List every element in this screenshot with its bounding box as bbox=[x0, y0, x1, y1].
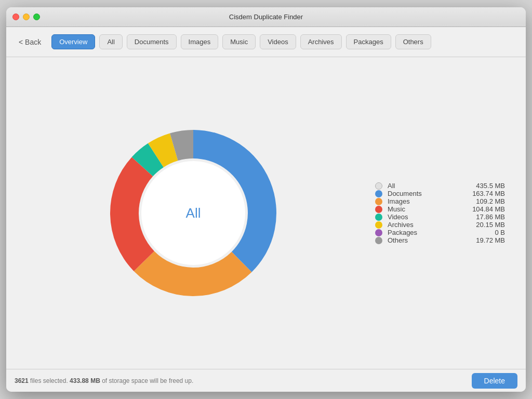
legend-item-documents: Documents163.74 MB bbox=[375, 190, 505, 197]
legend-label-images: Images bbox=[388, 197, 461, 205]
legend-label-all: All bbox=[388, 182, 461, 190]
tab-music[interactable]: Music bbox=[222, 34, 256, 49]
legend-item-packages: Packages0 B bbox=[375, 229, 505, 236]
legend-value-archives: 20.15 MB bbox=[466, 221, 505, 229]
chart-area: All bbox=[27, 125, 360, 301]
legend-dot-images bbox=[375, 198, 382, 205]
legend-label-videos: Videos bbox=[388, 213, 461, 221]
legend-dot-documents bbox=[375, 190, 382, 197]
toolbar: < Back Overview All Documents Images Mus… bbox=[6, 27, 526, 57]
tab-others[interactable]: Others bbox=[395, 34, 431, 49]
legend-label-archives: Archives bbox=[388, 221, 461, 229]
traffic-lights bbox=[12, 14, 40, 20]
legend-item-others: Others19.72 MB bbox=[375, 236, 505, 244]
legend-dot-others bbox=[375, 237, 382, 244]
legend-value-music: 104.84 MB bbox=[466, 205, 505, 213]
statusbar: 3621 files selected. 433.88 MB of storag… bbox=[6, 369, 526, 392]
legend-value-images: 109.2 MB bbox=[466, 197, 505, 205]
tab-archives[interactable]: Archives bbox=[300, 34, 342, 49]
legend: All435.5 MBDocuments163.74 MBImages109.2… bbox=[360, 182, 505, 244]
legend-dot-packages bbox=[375, 229, 382, 236]
back-button[interactable]: < Back bbox=[15, 36, 45, 48]
legend-item-music: Music104.84 MB bbox=[375, 205, 505, 213]
legend-dot-music bbox=[375, 206, 382, 213]
storage-amount: 433.88 MB bbox=[70, 377, 100, 384]
delete-button[interactable]: Delete bbox=[472, 373, 517, 389]
tab-images[interactable]: Images bbox=[181, 34, 219, 49]
legend-item-images: Images109.2 MB bbox=[375, 197, 505, 205]
legend-dot-videos bbox=[375, 214, 382, 221]
tab-packages[interactable]: Packages bbox=[346, 34, 391, 49]
status-text: 3621 files selected. 433.88 MB of storag… bbox=[15, 377, 193, 384]
maximize-button[interactable] bbox=[33, 14, 40, 20]
legend-value-videos: 17.86 MB bbox=[466, 213, 505, 221]
files-count: 3621 bbox=[15, 377, 29, 384]
tab-documents[interactable]: Documents bbox=[127, 34, 177, 49]
titlebar: Cisdem Duplicate Finder bbox=[6, 7, 526, 27]
legend-value-packages: 0 B bbox=[466, 229, 505, 236]
legend-item-videos: Videos17.86 MB bbox=[375, 213, 505, 221]
close-button[interactable] bbox=[12, 14, 19, 20]
legend-value-all: 435.5 MB bbox=[466, 182, 505, 190]
tab-overview[interactable]: Overview bbox=[51, 34, 95, 49]
main-content: All All435.5 MBDocuments163.74 MBImages1… bbox=[6, 57, 526, 369]
legend-label-documents: Documents bbox=[388, 190, 461, 197]
legend-dot-archives bbox=[375, 221, 382, 229]
tab-all[interactable]: All bbox=[99, 34, 122, 49]
window-title: Cisdem Duplicate Finder bbox=[229, 13, 303, 21]
legend-value-others: 19.72 MB bbox=[466, 236, 505, 244]
donut-chart: All bbox=[105, 125, 282, 301]
legend-label-others: Others bbox=[388, 236, 461, 244]
legend-dot-all bbox=[375, 182, 382, 190]
files-label: files selected. bbox=[30, 377, 70, 384]
legend-label-music: Music bbox=[388, 205, 461, 213]
legend-value-documents: 163.74 MB bbox=[466, 190, 505, 197]
app-window: Cisdem Duplicate Finder < Back Overview … bbox=[6, 7, 526, 392]
tab-videos[interactable]: Videos bbox=[260, 34, 296, 49]
legend-label-packages: Packages bbox=[388, 229, 461, 236]
legend-item-all: All435.5 MB bbox=[375, 182, 505, 190]
minimize-button[interactable] bbox=[23, 14, 30, 20]
storage-label: of storage space will be freed up. bbox=[102, 377, 193, 384]
legend-item-archives: Archives20.15 MB bbox=[375, 221, 505, 229]
chart-center-label: All bbox=[186, 205, 201, 221]
